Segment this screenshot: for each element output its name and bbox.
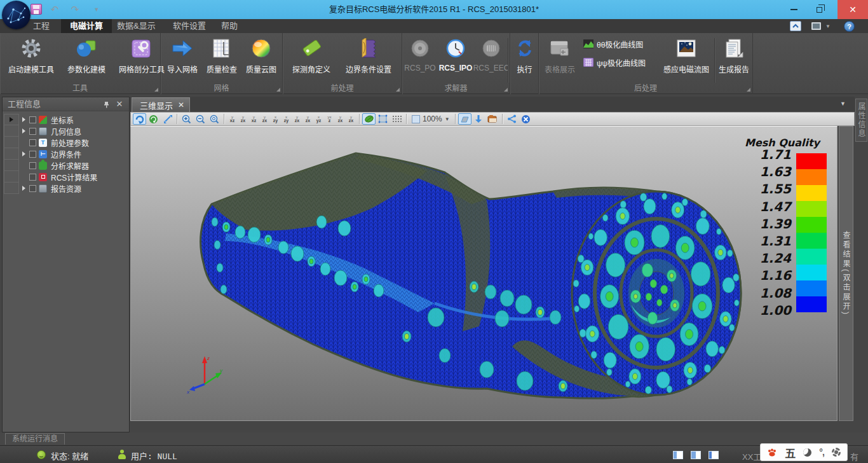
tab-software-settings[interactable]: 软件设置 <box>164 19 215 33</box>
collapse-ribbon-icon[interactable] <box>790 21 801 31</box>
undo-icon[interactable]: ↶ <box>48 3 61 16</box>
view-preset-button[interactable]: yxz <box>324 113 335 125</box>
gutter-cell[interactable] <box>4 137 19 148</box>
layout-bottom-panel-button[interactable] <box>706 448 721 461</box>
group-expand-icon[interactable] <box>276 88 280 92</box>
viewport-3d-render[interactable]: z y x <box>131 127 837 421</box>
pin-icon[interactable] <box>101 99 111 109</box>
gutter-cell[interactable] <box>4 148 19 160</box>
tab-help[interactable]: 帮助 <box>212 19 247 33</box>
ime-paw-icon[interactable] <box>767 448 777 457</box>
refresh-view-button[interactable] <box>147 113 160 125</box>
zoom-out-button[interactable] <box>194 113 207 125</box>
properties-collapsed-tab[interactable]: 属性信息 <box>855 99 867 142</box>
save-icon[interactable] <box>31 4 42 15</box>
tab-close-icon[interactable]: ✕ <box>178 100 184 109</box>
theta-polarization-curve-button[interactable]: θθ极化曲线图 <box>583 37 658 51</box>
zoom-fit-button[interactable] <box>208 113 221 125</box>
view-preset-button[interactable]: yzx <box>259 113 270 125</box>
ime-language-toggle[interactable]: 五 <box>785 445 796 460</box>
group-expand-icon[interactable] <box>504 88 508 92</box>
tree-item-report-resources[interactable]: 报告资源 <box>19 183 128 194</box>
generate-report-button[interactable]: 生成报告 <box>715 36 752 83</box>
drop-down-arrow-button[interactable] <box>472 113 485 125</box>
group-expand-icon[interactable] <box>396 88 400 92</box>
gutter-cell[interactable] <box>4 125 19 137</box>
display-style-icon[interactable] <box>808 21 824 31</box>
display-style-dropdown-icon[interactable]: ▼ <box>825 21 831 31</box>
group-expand-icon[interactable] <box>154 88 158 92</box>
tree-item-preprocess-params[interactable]: T 前处理参数 <box>19 137 128 148</box>
panel-close-icon[interactable]: ✕ <box>114 99 125 109</box>
view-preset-button[interactable]: yzx <box>292 113 302 125</box>
system-message-tab[interactable]: 系统运行消息 <box>5 433 65 445</box>
view-preset-button[interactable]: xzy <box>270 113 281 125</box>
expand-icon[interactable] <box>19 128 28 134</box>
induced-current-button[interactable]: 感应电磁流图 <box>660 36 713 83</box>
tree-item-rcs-results[interactable]: RCS计算结果 <box>19 171 128 183</box>
layout-left-panel-button[interactable] <box>670 448 686 461</box>
checkbox[interactable] <box>29 151 36 158</box>
restore-button[interactable] <box>808 0 830 19</box>
tree-item-solver[interactable]: 分析求解器 <box>19 160 128 171</box>
close-view-button[interactable] <box>519 113 532 125</box>
minimize-button[interactable] <box>783 0 804 19</box>
ime-moon-icon[interactable] <box>803 448 811 457</box>
section-plane-button[interactable] <box>458 113 471 125</box>
tree-item-geometry-info[interactable]: 几何信息 <box>19 125 128 137</box>
checkbox[interactable] <box>29 128 36 135</box>
layout-split-panel-button[interactable] <box>688 448 703 461</box>
viewport-3d[interactable]: z y x Mesh Quality 1.711.631.551.471.391… <box>130 126 837 421</box>
gutter-cell[interactable] <box>4 183 19 194</box>
view-preset-button[interactable]: yzx <box>335 113 346 125</box>
shading-leaf-button[interactable] <box>362 113 376 125</box>
rotate-view-button[interactable] <box>133 113 146 125</box>
redo-icon[interactable]: ↷ <box>69 3 81 16</box>
help-icon[interactable]: ? <box>844 21 855 32</box>
shaded-view-button[interactable] <box>376 113 390 125</box>
ime-punctuation-toggle[interactable]: °, <box>819 447 824 457</box>
checkbox[interactable] <box>29 185 36 192</box>
ime-toolbar[interactable]: 五 °, <box>760 443 848 461</box>
wireframe-view-button[interactable] <box>390 113 403 125</box>
rcs-ipo-button[interactable]: RCS_IPO <box>438 36 473 83</box>
quality-check-button[interactable]: 质量检查 <box>203 36 241 83</box>
tab-data-display[interactable]: 数据&显示 <box>108 19 165 33</box>
results-collapsed-panel[interactable]: 查看结果(双击展开) <box>839 126 853 421</box>
launch-modeler-button[interactable]: 启动建模工具 <box>3 36 60 83</box>
view-preset-button[interactable]: yzx <box>346 113 356 125</box>
zoom-level-select[interactable]: 100% ▼ <box>409 113 452 125</box>
execute-button[interactable]: 执行 <box>510 36 539 83</box>
view-preset-button[interactable]: yxz <box>227 113 238 125</box>
share-export-button[interactable] <box>505 113 519 125</box>
expand-icon[interactable] <box>19 186 28 191</box>
detect-angle-button[interactable]: 探测角定义 <box>287 36 336 83</box>
parametric-modeling-button[interactable]: 参数化建模 <box>61 36 112 83</box>
zoom-in-button[interactable] <box>180 113 193 125</box>
expand-icon[interactable] <box>19 151 28 156</box>
ime-gear-icon[interactable] <box>832 448 841 457</box>
view-preset-button[interactable]: yzx <box>302 113 313 125</box>
quick-access-dropdown-icon[interactable]: ▼ <box>90 3 103 16</box>
gutter-cell[interactable] <box>4 171 19 183</box>
gutter-cell[interactable] <box>4 160 19 171</box>
tree-item-boundary-conditions[interactable]: ⊢ 边界条件 <box>19 148 128 160</box>
checkbox[interactable] <box>29 139 36 146</box>
checkbox[interactable] <box>29 174 36 181</box>
view-preset-button[interactable]: xyz <box>313 113 324 125</box>
boundary-condition-button[interactable]: 边界条件设置 <box>337 36 400 83</box>
tree-item-coordinate-system[interactable]: 坐标系 <box>19 114 128 125</box>
gutter-cell[interactable] <box>4 114 19 125</box>
tab-em-compute[interactable]: 电磁计算 <box>61 19 112 33</box>
capture-folder-button[interactable] <box>486 113 499 125</box>
psi-polarization-curve-button[interactable]: ψψ极化曲线图 <box>583 55 658 69</box>
view-preset-button[interactable]: xzy <box>281 113 292 125</box>
group-expand-icon[interactable] <box>747 88 750 92</box>
tab-3d-display[interactable]: 三维显示 ✕ <box>132 97 190 112</box>
tab-list-dropdown-icon[interactable]: ▼ <box>840 100 846 107</box>
fit-expand-button[interactable] <box>161 113 174 125</box>
checkbox[interactable] <box>29 162 36 169</box>
close-button[interactable]: ✕ <box>837 0 868 19</box>
import-mesh-button[interactable]: 导入网格 <box>163 36 201 83</box>
view-preset-button[interactable]: yzx <box>238 113 248 125</box>
